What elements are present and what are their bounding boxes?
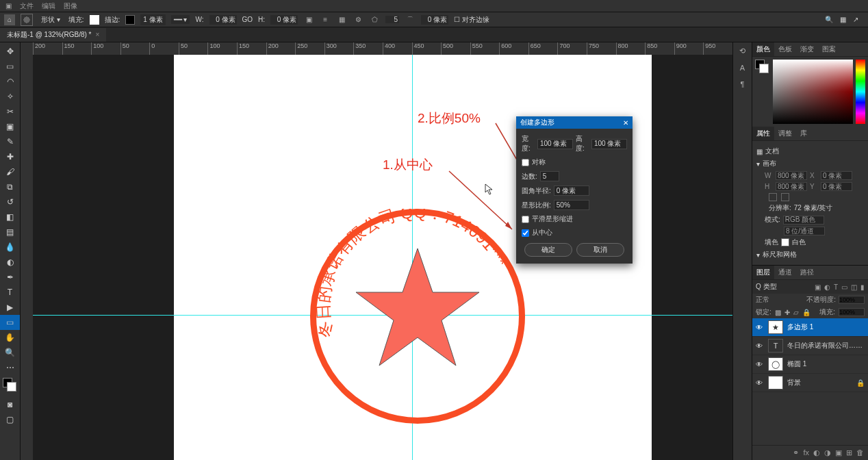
orient-landscape-icon[interactable]: [781, 193, 789, 201]
filter-smart-icon[interactable]: ◫: [851, 283, 857, 291]
filter-pixel-icon[interactable]: ▣: [815, 283, 821, 291]
filter-toggle-icon[interactable]: ▮: [860, 283, 865, 291]
stamp-tool[interactable]: ⧉: [0, 179, 20, 194]
canvas-section-header[interactable]: ▾ 画布: [756, 159, 864, 168]
corner-radius-input[interactable]: 0 像素: [421, 15, 448, 25]
fill-input[interactable]: [839, 308, 865, 316]
star-ratio-input[interactable]: [554, 200, 589, 210]
ok-button[interactable]: 确定: [524, 243, 572, 257]
layer-row[interactable]: 👁 ◯ 椭圆 1: [752, 355, 868, 374]
prop-x-input[interactable]: [821, 171, 852, 180]
layer-name[interactable]: 冬日的承诺有限公司…14091***: [787, 341, 865, 350]
lasso-tool[interactable]: ◠: [0, 74, 20, 89]
width-input[interactable]: [537, 139, 573, 149]
align-edges-checkbox[interactable]: ☐ 对齐边缘: [454, 15, 489, 25]
frame-tool[interactable]: ▣: [0, 119, 20, 134]
layer-row[interactable]: 👁 背景 🔒: [752, 374, 868, 392]
prop-y-input[interactable]: [821, 182, 852, 191]
color-field[interactable]: [773, 60, 853, 124]
prop-w-input[interactable]: [776, 171, 807, 180]
panel-fgbg-swatches[interactable]: [755, 60, 770, 124]
path-select-tool[interactable]: ▶: [0, 300, 20, 315]
eyedropper-tool[interactable]: ✎: [0, 134, 20, 149]
tab-properties[interactable]: 属性: [752, 127, 774, 140]
home-icon[interactable]: ⌂: [4, 14, 15, 25]
fill-swatch[interactable]: [90, 15, 99, 25]
blend-mode-dropdown[interactable]: 正常: [756, 295, 769, 305]
visibility-icon[interactable]: 👁: [756, 342, 764, 350]
crop-tool[interactable]: ✂: [0, 104, 20, 119]
filter-type-icon[interactable]: T: [834, 283, 838, 291]
sides-input[interactable]: 5: [385, 16, 399, 23]
blur-tool[interactable]: 💧: [0, 240, 20, 255]
history-icon[interactable]: ⟲: [739, 47, 745, 55]
eraser-tool[interactable]: ◧: [0, 209, 20, 225]
align-icon[interactable]: ≡: [320, 14, 331, 25]
gear-icon[interactable]: ⚙: [353, 14, 363, 25]
path-ops-icon[interactable]: ▣: [303, 14, 314, 25]
menu-item[interactable]: 图像: [64, 1, 77, 11]
zoom-tool[interactable]: 🔍: [0, 345, 20, 360]
lock-all-icon[interactable]: 🔒: [802, 309, 810, 316]
tab-color[interactable]: 颜色: [752, 42, 774, 56]
menu-item[interactable]: 文件: [20, 1, 34, 11]
tab-paths[interactable]: 路径: [796, 266, 818, 279]
smooth-star-checkbox[interactable]: 平滑星形缩进: [522, 214, 627, 224]
quickmask-icon[interactable]: ◙: [0, 397, 20, 412]
move-tool[interactable]: ✥: [0, 44, 20, 59]
hue-strip[interactable]: [856, 60, 865, 124]
ruler-vertical[interactable]: [21, 55, 33, 460]
visibility-icon[interactable]: 👁: [756, 361, 764, 368]
marquee-tool[interactable]: ▭: [0, 59, 20, 74]
ruler-horizontal[interactable]: 2001501005005010015020025030035040045050…: [33, 42, 732, 55]
stroke-swatch[interactable]: [125, 15, 135, 25]
lock-position-icon[interactable]: ✚: [784, 309, 790, 316]
layer-row[interactable]: 👁 T 冬日的承诺有限公司…14091***: [752, 337, 868, 355]
visibility-icon[interactable]: 👁: [756, 324, 764, 331]
close-icon[interactable]: ✕: [623, 119, 628, 127]
tab-libraries[interactable]: 库: [796, 127, 811, 140]
history-brush-tool[interactable]: ↺: [0, 194, 20, 209]
tool-preset-icon[interactable]: [21, 14, 33, 26]
paragraph-icon[interactable]: ¶: [741, 80, 745, 88]
cancel-button[interactable]: 取消: [576, 243, 624, 257]
orient-portrait-icon[interactable]: [769, 193, 777, 201]
filter-adjust-icon[interactable]: ◐: [824, 283, 830, 291]
tab-gradients[interactable]: 渐变: [796, 42, 818, 56]
close-tab-icon[interactable]: ×: [96, 31, 100, 38]
layer-name[interactable]: 背景: [787, 378, 852, 387]
layer-mask-icon[interactable]: ◐: [813, 448, 820, 457]
layer-name[interactable]: 多边形 1: [787, 322, 865, 332]
arrange-icon[interactable]: ▦: [336, 14, 347, 25]
ruler-grid-section-header[interactable]: ▾ 标尺和网格: [756, 250, 864, 259]
corner-radius-input[interactable]: [554, 186, 589, 196]
visibility-icon[interactable]: 👁: [756, 379, 764, 387]
layer-style-icon[interactable]: fx: [803, 448, 809, 457]
screenmode-icon[interactable]: ▢: [0, 412, 20, 427]
menu-item[interactable]: 编辑: [42, 1, 55, 11]
bg-swatch[interactable]: [781, 238, 789, 246]
mode-dropdown[interactable]: [783, 216, 824, 225]
shape-mode-dropdown[interactable]: 形状 ▾: [38, 15, 63, 25]
layer-filter[interactable]: Q 类型: [756, 282, 777, 292]
layer-name[interactable]: 椭圆 1: [787, 359, 865, 369]
tab-swatches[interactable]: 色板: [774, 42, 796, 56]
canvas-viewport[interactable]: 冬日的承诺有限公司 QQ：714091*** 1.从中心 2.比例50% 创建多…: [33, 55, 732, 460]
document-tab[interactable]: 未标题-1 @ 132%(RGB/8) * ×: [0, 28, 106, 42]
wand-tool[interactable]: ✧: [0, 89, 20, 104]
tab-adjustments[interactable]: 调整: [774, 127, 796, 140]
link-icon[interactable]: GO: [242, 16, 253, 23]
depth-dropdown[interactable]: [784, 227, 825, 235]
symmetric-checkbox[interactable]: 对称: [522, 157, 627, 167]
type-tool[interactable]: T: [0, 285, 20, 300]
tab-layers[interactable]: 图层: [752, 266, 774, 279]
hand-tool[interactable]: ✋: [0, 330, 20, 345]
filter-shape-icon[interactable]: ▭: [841, 283, 847, 291]
shape-tool[interactable]: ▭: [0, 315, 20, 330]
workspace-icon[interactable]: ▦: [840, 16, 846, 23]
opacity-input[interactable]: [839, 296, 865, 304]
new-layer-icon[interactable]: ⊞: [846, 448, 852, 457]
trash-icon[interactable]: 🗑: [856, 448, 864, 457]
tab-channels[interactable]: 通道: [774, 266, 796, 279]
heal-tool[interactable]: ✚: [0, 149, 20, 164]
